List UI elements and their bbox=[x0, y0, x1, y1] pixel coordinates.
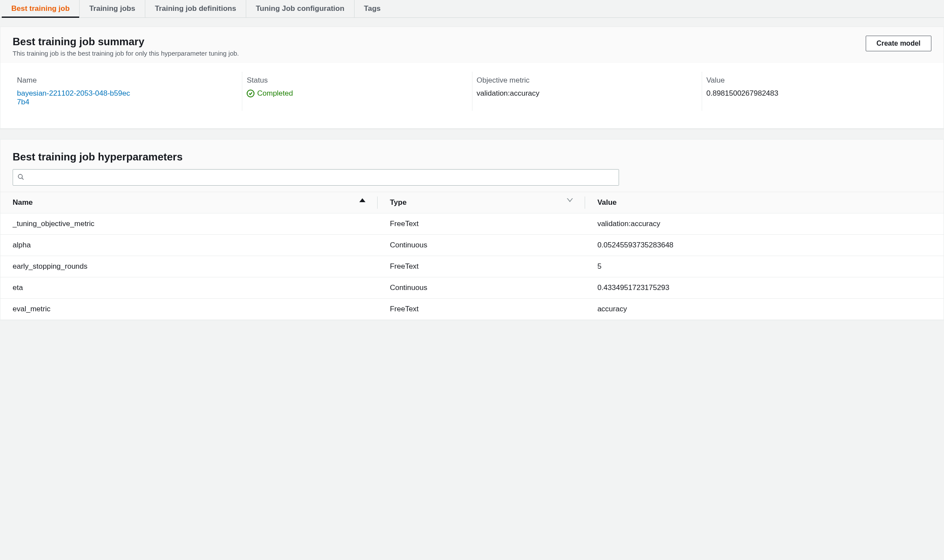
name-label: Name bbox=[17, 76, 230, 85]
cell-type: FreeText bbox=[378, 256, 585, 277]
status-success-icon bbox=[247, 90, 254, 97]
cell-type: Continuous bbox=[378, 277, 585, 299]
col-header-type[interactable]: Type bbox=[378, 192, 585, 213]
table-row: alpha Continuous 0.05245593735283648 bbox=[0, 235, 944, 256]
create-model-button[interactable]: Create model bbox=[866, 36, 931, 51]
hyperparameters-panel: Best training job hyperparameters Name T… bbox=[0, 139, 944, 320]
value-value: 0.8981500267982483 bbox=[706, 89, 919, 98]
cell-value: 5 bbox=[585, 256, 944, 277]
summary-title: Best training job summary bbox=[13, 36, 239, 48]
table-row: _tuning_objective_metric FreeText valida… bbox=[0, 213, 944, 235]
search-box[interactable] bbox=[13, 169, 619, 186]
summary-panel: Best training job summary This training … bbox=[0, 27, 944, 129]
tab-training-job-definitions[interactable]: Training job definitions bbox=[145, 0, 246, 17]
cell-name: eval_metric bbox=[0, 299, 378, 320]
cell-value: 0.4334951723175293 bbox=[585, 277, 944, 299]
cell-name: early_stopping_rounds bbox=[0, 256, 378, 277]
svg-point-0 bbox=[18, 174, 22, 178]
tab-tags[interactable]: Tags bbox=[355, 0, 390, 17]
sort-asc-icon bbox=[359, 198, 365, 202]
summary-cell-status: Status Completed bbox=[242, 72, 472, 111]
cell-type: FreeText bbox=[378, 299, 585, 320]
hyperparameters-table: Name Type Value _tuning_objective_metric… bbox=[0, 192, 944, 320]
metric-label: Objective metric bbox=[477, 76, 690, 85]
search-icon bbox=[17, 173, 24, 182]
tabs: Best training job Training jobs Training… bbox=[0, 0, 944, 18]
metric-value: validation:accuracy bbox=[477, 89, 690, 98]
cell-value: accuracy bbox=[585, 299, 944, 320]
tab-training-jobs[interactable]: Training jobs bbox=[80, 0, 145, 17]
status-value: Completed bbox=[247, 89, 459, 98]
table-row: early_stopping_rounds FreeText 5 bbox=[0, 256, 944, 277]
status-text: Completed bbox=[257, 89, 293, 98]
cell-name: alpha bbox=[0, 235, 378, 256]
cell-value: 0.05245593735283648 bbox=[585, 235, 944, 256]
table-row: eta Continuous 0.4334951723175293 bbox=[0, 277, 944, 299]
sort-icon bbox=[567, 198, 573, 202]
tab-best-training-job[interactable]: Best training job bbox=[2, 0, 80, 17]
training-job-name-link[interactable]: bayesian-221102-2053-048-b59ec7b4 bbox=[17, 89, 130, 107]
status-label: Status bbox=[247, 76, 459, 85]
cell-type: FreeText bbox=[378, 213, 585, 235]
cell-name: eta bbox=[0, 277, 378, 299]
summary-cell-metric: Objective metric validation:accuracy bbox=[472, 72, 702, 111]
col-header-name[interactable]: Name bbox=[0, 192, 378, 213]
col-header-value[interactable]: Value bbox=[585, 192, 944, 213]
value-label: Value bbox=[706, 76, 919, 85]
summary-cell-name: Name bayesian-221102-2053-048-b59ec7b4 bbox=[13, 72, 242, 111]
summary-subtitle: This training job is the best training j… bbox=[13, 50, 239, 57]
tab-tuning-job-configuration[interactable]: Tuning Job configuration bbox=[246, 0, 355, 17]
cell-name: _tuning_objective_metric bbox=[0, 213, 378, 235]
search-input[interactable] bbox=[24, 174, 614, 181]
summary-cell-value: Value 0.8981500267982483 bbox=[702, 72, 931, 111]
hyperparameters-title: Best training job hyperparameters bbox=[13, 151, 931, 163]
table-row: eval_metric FreeText accuracy bbox=[0, 299, 944, 320]
cell-value: validation:accuracy bbox=[585, 213, 944, 235]
svg-line-1 bbox=[22, 178, 23, 180]
cell-type: Continuous bbox=[378, 235, 585, 256]
